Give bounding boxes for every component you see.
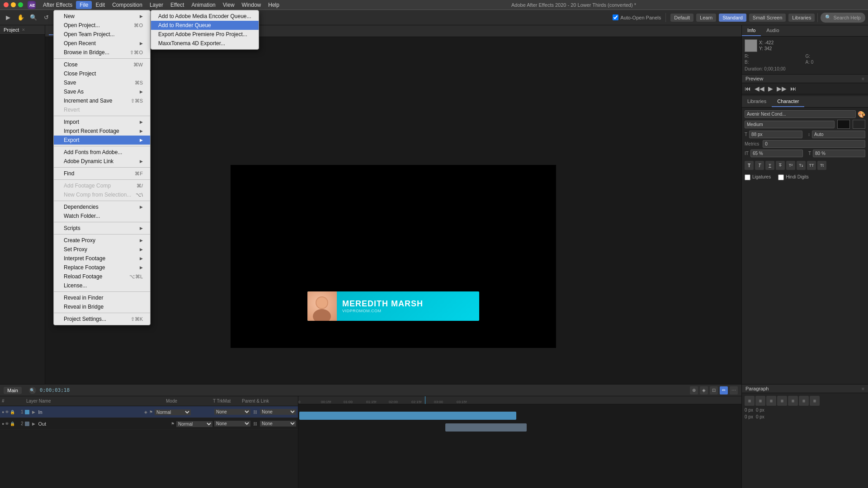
- minimize-window-btn[interactable]: [11, 2, 16, 7]
- menu-import[interactable]: Import ▶: [54, 117, 150, 127]
- align-left-btn[interactable]: ≡: [745, 396, 755, 406]
- layer-1-none-1[interactable]: None: [214, 409, 250, 415]
- layer-1-color[interactable]: [25, 410, 29, 414]
- menu-export[interactable]: Export ▶: [54, 136, 150, 145]
- layer-2-eye[interactable]: 👁: [5, 422, 9, 426]
- workspace-standard[interactable]: Standard: [719, 14, 746, 22]
- menu-import-recent[interactable]: Import Recent Footage ▶: [54, 127, 150, 136]
- menu-help[interactable]: Help: [264, 1, 283, 9]
- subscript-btn[interactable]: T₂: [797, 161, 806, 170]
- layer-2-none-1[interactable]: None: [214, 421, 250, 427]
- layer-1-solo[interactable]: ●: [2, 410, 4, 414]
- justify-right-btn[interactable]: ≡: [799, 396, 809, 406]
- bold-btn[interactable]: T: [745, 161, 754, 170]
- prev-prev-btn[interactable]: ◀◀: [755, 85, 764, 92]
- menu-interpret-footage[interactable]: Interpret Footage ▶: [54, 254, 150, 263]
- workspace-learn[interactable]: Learn: [696, 14, 716, 22]
- layer-row-1[interactable]: ● 👁 🔒 1 ▶ In ◈ ⚑ Normal None: [0, 406, 298, 418]
- layer-1-eye[interactable]: 👁: [5, 410, 9, 414]
- menu-new[interactable]: New ▶: [54, 12, 150, 21]
- prev-next-btn[interactable]: ▶▶: [777, 85, 787, 92]
- menu-close-project[interactable]: Close Project: [54, 69, 150, 78]
- tab-info[interactable]: Info: [742, 25, 761, 36]
- layer-2-color[interactable]: [25, 422, 29, 426]
- strikethrough-btn[interactable]: T̶: [776, 161, 785, 170]
- menu-replace-footage[interactable]: Replace Footage ▶: [54, 263, 150, 272]
- tl-btn-2[interactable]: ◈: [700, 386, 708, 394]
- layer-2-lock[interactable]: 🔒: [10, 422, 15, 426]
- menu-after-effects[interactable]: After Effects: [39, 1, 76, 9]
- export-premiere-project[interactable]: Export Adobe Premiere Pro Project...: [151, 30, 259, 39]
- layer-row-2[interactable]: ● 👁 🔒 2 ▶ Out ⚑ Normal None ⛓: [0, 418, 298, 430]
- workspace-small-screen[interactable]: Small Screen: [749, 14, 786, 22]
- search-icon-timeline[interactable]: 🔍: [29, 387, 36, 394]
- menu-set-proxy[interactable]: Set Proxy ▶: [54, 245, 150, 254]
- auto-open-checkbox[interactable]: Auto-Open Panels: [613, 14, 661, 20]
- tl-btn-1[interactable]: ⊕: [690, 386, 698, 394]
- layer-1-lock[interactable]: 🔒: [10, 410, 15, 414]
- smallcaps-btn[interactable]: Tt: [817, 161, 826, 170]
- layer-1-track-bar[interactable]: [299, 412, 516, 420]
- menu-effect[interactable]: Effect: [167, 1, 188, 9]
- menu-open-project[interactable]: Open Project... ⌘O: [54, 21, 150, 30]
- project-tab[interactable]: Project ✕: [0, 25, 45, 35]
- menu-composition[interactable]: Composition: [108, 1, 146, 9]
- fill-color-swatch[interactable]: [837, 120, 850, 129]
- leading-input[interactable]: Auto: [812, 131, 865, 138]
- prev-first-btn[interactable]: ⏮: [745, 85, 751, 92]
- workspace-default[interactable]: Default: [670, 14, 693, 22]
- menu-increment-save[interactable]: Increment and Save ⇧⌘S: [54, 96, 150, 105]
- font-size-input[interactable]: 88 px: [749, 131, 802, 138]
- menu-watch-folder[interactable]: Watch Folder...: [54, 211, 150, 221]
- layer-2-track-bar[interactable]: [445, 423, 527, 432]
- maximize-window-btn[interactable]: [18, 2, 23, 7]
- font-selector[interactable]: Avenir Next Cond...: [745, 110, 856, 118]
- menu-animation[interactable]: Animation: [188, 1, 219, 9]
- rotate-tool[interactable]: ↺: [41, 12, 52, 23]
- search-box[interactable]: 🔍 Search Help: [821, 13, 865, 23]
- tab-audio[interactable]: Audio: [761, 25, 784, 36]
- export-render-queue[interactable]: Add to Render Queue: [151, 21, 259, 30]
- stroke-color-swatch[interactable]: [853, 120, 865, 129]
- menu-find[interactable]: Find ⌘F: [54, 169, 150, 178]
- menu-view[interactable]: View: [219, 1, 238, 9]
- menu-dependencies[interactable]: Dependencies ▶: [54, 202, 150, 211]
- horiz-scale-input[interactable]: 80 %: [813, 150, 865, 157]
- menu-license[interactable]: License...: [54, 281, 150, 290]
- menu-scripts[interactable]: Scripts ▶: [54, 224, 150, 233]
- weight-selector[interactable]: Medium: [745, 121, 835, 128]
- superscript-btn[interactable]: T²: [786, 161, 795, 170]
- layer-2-solo[interactable]: ●: [2, 422, 4, 426]
- justify-all-btn[interactable]: ≡: [810, 396, 820, 406]
- align-right-btn[interactable]: ≡: [766, 396, 776, 406]
- menu-window[interactable]: Window: [238, 1, 265, 9]
- menu-edit[interactable]: Edit: [92, 1, 108, 9]
- layer-1-none-2[interactable]: None: [260, 409, 296, 415]
- zoom-tool[interactable]: 🔍: [28, 12, 39, 23]
- export-cinema4d[interactable]: MaxxTonema 4D Exporter...: [151, 39, 259, 48]
- menu-file[interactable]: File: [76, 1, 92, 9]
- timeline-tab-main[interactable]: Main: [4, 387, 22, 394]
- tab-character[interactable]: Character: [772, 96, 804, 107]
- hindi-digits-checkbox[interactable]: [778, 174, 784, 180]
- tl-btn-3[interactable]: ⊡: [710, 386, 718, 394]
- layer-2-expand[interactable]: ▶: [32, 422, 35, 426]
- menu-browse-bridge[interactable]: Browse in Bridge... ⇧⌘O: [54, 48, 150, 57]
- hand-tool[interactable]: ✋: [15, 12, 26, 23]
- tl-btn-4[interactable]: ✏: [720, 386, 728, 394]
- timeline-timecode[interactable]: 0;00;03;18: [40, 387, 70, 393]
- project-close[interactable]: ✕: [22, 28, 25, 32]
- underline-btn[interactable]: T: [765, 161, 774, 170]
- menu-project-settings[interactable]: Project Settings... ⇧⌘K: [54, 314, 150, 324]
- justify-center-btn[interactable]: ≡: [788, 396, 798, 406]
- menu-reload-footage[interactable]: Reload Footage ⌥⌘L: [54, 272, 150, 281]
- close-window-btn[interactable]: [4, 2, 9, 7]
- align-center-btn[interactable]: ≡: [755, 396, 765, 406]
- vert-scale-input[interactable]: 65 %: [750, 150, 803, 157]
- layer-1-mode-select[interactable]: Normal: [155, 409, 191, 415]
- menu-reveal-bridge[interactable]: Reveal in Bridge: [54, 302, 150, 311]
- export-media-encoder[interactable]: Add to Adobe Media Encoder Queue...: [151, 12, 259, 21]
- prev-play-btn[interactable]: ▶: [768, 85, 773, 92]
- tab-libraries[interactable]: Libraries: [742, 96, 772, 107]
- workspace-libraries[interactable]: Libraries: [788, 14, 815, 22]
